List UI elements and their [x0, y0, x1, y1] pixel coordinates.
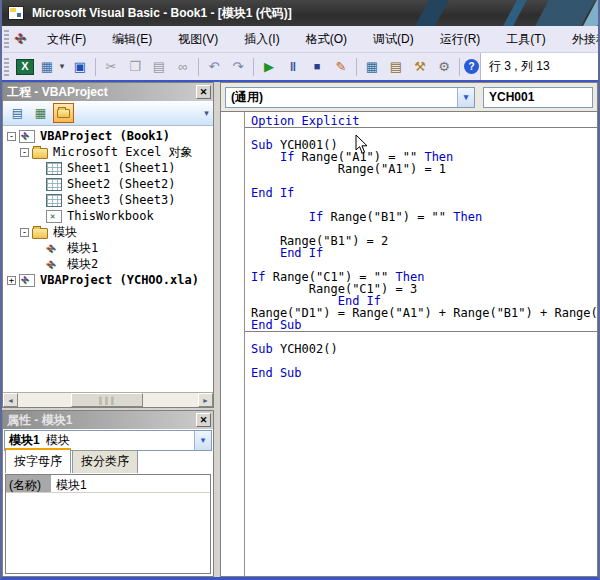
- paste-icon[interactable]: ▤: [148, 57, 170, 77]
- tab-categorized[interactable]: 按分类序: [72, 450, 138, 473]
- design-mode-icon[interactable]: ✎: [330, 57, 352, 77]
- toolbar-options-icon[interactable]: [201, 104, 212, 122]
- tree-item[interactable]: -Microsoft Excel 对象: [3, 144, 213, 160]
- tree-item-label: 模块2: [65, 256, 100, 273]
- tree-item[interactable]: ThisWorkbook: [3, 208, 213, 224]
- sheet-icon: [46, 162, 62, 175]
- toolbox-icon[interactable]: ⚒: [409, 57, 431, 77]
- collapse-icon[interactable]: -: [20, 228, 29, 237]
- project-explorer-toolbar: ▤▦: [3, 101, 213, 126]
- code-line: Range("A1") = 1: [251, 163, 597, 175]
- tree-item[interactable]: -VBAProject (Book1): [3, 128, 213, 144]
- keyword: Then: [453, 210, 482, 224]
- code-line: [251, 175, 597, 187]
- app-icon[interactable]: [8, 6, 24, 20]
- tree-item[interactable]: 模块1: [3, 240, 213, 256]
- excel-icon[interactable]: X: [16, 59, 34, 75]
- code-line: Option Explicit: [251, 115, 597, 127]
- menu-item-2[interactable]: 编辑(E): [99, 27, 165, 52]
- pause-icon[interactable]: ‖: [282, 57, 304, 77]
- selected-object-type: 模块: [46, 432, 70, 449]
- properties-window: 属性 - 模块1 模块1 模块 按字母序 按分类序 (名称)模块1: [2, 410, 214, 577]
- project-explorer-icon[interactable]: ▦: [361, 57, 383, 77]
- insert-dropdown-caret-icon[interactable]: ▾: [57, 57, 67, 77]
- workspace: 工程 - VBAProject ▤▦ -VBAProject (Book1)-M…: [2, 80, 598, 577]
- procedure-dropdown[interactable]: YCH001: [483, 87, 593, 108]
- keyword: If: [309, 210, 323, 224]
- code-line: Range("D1") = Range("A1") + Range("B1") …: [251, 307, 597, 319]
- code-editor[interactable]: Option ExplicitSub YCH001() If Range("A1…: [221, 111, 597, 576]
- properties-window-icon[interactable]: ▤: [385, 57, 407, 77]
- scrollbar-thumb[interactable]: [71, 393, 143, 407]
- insert-userform-icon[interactable]: ▦: [36, 57, 58, 77]
- code-line: End If: [251, 247, 597, 259]
- menu-item-5[interactable]: 格式(O): [293, 27, 360, 52]
- property-name-cell[interactable]: (名称): [6, 475, 52, 492]
- cursor-position-status: 行 3 , 列 13: [480, 53, 598, 80]
- property-value-cell[interactable]: 模块1: [52, 475, 210, 492]
- chevron-down-icon[interactable]: [194, 431, 211, 450]
- toolbar-separator: [95, 58, 96, 76]
- help-icon[interactable]: ?: [464, 59, 479, 74]
- view-code-icon[interactable]: ▤: [7, 103, 28, 123]
- code-line: End If: [251, 187, 597, 199]
- collapse-icon[interactable]: -: [7, 132, 16, 141]
- menu-item-3[interactable]: 视图(V): [165, 27, 231, 52]
- save-icon[interactable]: ▣: [69, 57, 91, 77]
- selected-object-name: 模块1: [9, 432, 40, 449]
- chevron-down-icon[interactable]: [457, 88, 474, 107]
- object-dropdown[interactable]: (通用): [225, 87, 475, 108]
- expand-icon[interactable]: +: [7, 276, 16, 285]
- stop-icon[interactable]: ■: [306, 57, 328, 77]
- tree-item[interactable]: Sheet2 (Sheet2): [3, 176, 213, 192]
- toggle-folders-icon[interactable]: [53, 103, 74, 123]
- find-icon[interactable]: ∞: [172, 57, 194, 77]
- copy-icon[interactable]: ❐: [124, 57, 146, 77]
- menu-item-6[interactable]: 调试(D): [360, 27, 427, 52]
- toolbar-grip[interactable]: [4, 30, 9, 48]
- tree-item-label: VBAProject (YCHOO.xla): [38, 273, 201, 287]
- cut-icon[interactable]: ✂: [100, 57, 122, 77]
- code-text: [251, 210, 309, 224]
- collapse-icon[interactable]: -: [20, 148, 29, 157]
- code-text: [251, 246, 280, 260]
- project-tree: -VBAProject (Book1)-Microsoft Excel 对象Sh…: [3, 126, 213, 392]
- menu-item-1[interactable]: 文件(F): [34, 27, 99, 52]
- tab-alphabetic[interactable]: 按字母序: [5, 448, 71, 473]
- tree-item-label: 模块1: [65, 240, 100, 257]
- horizontal-scrollbar[interactable]: ◄ ►: [3, 392, 213, 407]
- margin-indicator-bar[interactable]: [221, 112, 245, 576]
- redo-icon[interactable]: ↷: [227, 57, 249, 77]
- tools-icon[interactable]: ⚙: [433, 57, 455, 77]
- menu-item-4[interactable]: 插入(I): [231, 27, 292, 52]
- left-column: 工程 - VBAProject ▤▦ -VBAProject (Book1)-M…: [2, 82, 214, 577]
- toolbar-separator: [253, 58, 254, 76]
- vba-window: Microsoft Visual Basic - Book1 - [模块1 (代…: [0, 0, 600, 580]
- keyword: Option Explicit: [251, 114, 359, 128]
- close-icon[interactable]: [196, 413, 211, 427]
- code-window: (通用) YCH001 Option ExplicitSub YCH001() …: [220, 82, 598, 577]
- tree-item[interactable]: Sheet3 (Sheet3): [3, 192, 213, 208]
- toolbar-grip[interactable]: [4, 58, 9, 76]
- run-icon[interactable]: ▶: [258, 57, 280, 77]
- code-combo-row: (通用) YCH001: [221, 83, 597, 111]
- tree-item[interactable]: 模块2: [3, 256, 213, 272]
- scroll-left-icon[interactable]: ◄: [3, 393, 18, 407]
- menu-item-8[interactable]: 工具(T): [493, 27, 558, 52]
- tree-item[interactable]: +VBAProject (YCHOO.xla): [3, 272, 213, 288]
- close-icon[interactable]: [196, 85, 211, 99]
- view-object-icon[interactable]: ▦: [30, 103, 51, 123]
- undo-icon[interactable]: ↶: [203, 57, 225, 77]
- properties-title: 属性 - 模块1: [7, 412, 196, 429]
- active-document-icon[interactable]: [14, 33, 30, 46]
- tree-item[interactable]: -模块: [3, 224, 213, 240]
- sheet-icon: [46, 194, 62, 207]
- project-icon: [19, 130, 35, 143]
- code-line: [251, 355, 597, 367]
- tree-item[interactable]: Sheet1 (Sheet1): [3, 160, 213, 176]
- menu-item-9[interactable]: 外接程序(A): [559, 27, 598, 52]
- tree-item-label: Sheet1 (Sheet1): [65, 161, 177, 175]
- property-row[interactable]: (名称)模块1: [6, 475, 210, 493]
- scroll-right-icon[interactable]: ►: [198, 393, 213, 407]
- menu-item-7[interactable]: 运行(R): [427, 27, 494, 52]
